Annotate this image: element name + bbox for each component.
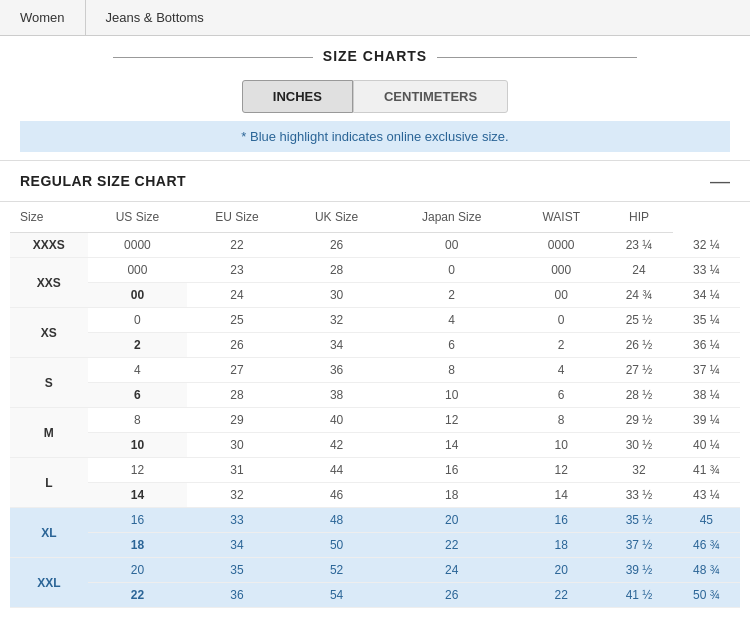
table-cell: 35 — [187, 558, 287, 583]
table-cell: 35 ¼ — [673, 308, 740, 333]
table-cell: 10 — [517, 433, 605, 458]
table-cell: 22 — [386, 533, 517, 558]
table-cell: 36 — [187, 583, 287, 608]
table-cell: 44 — [287, 458, 387, 483]
table-cell: 38 — [287, 383, 387, 408]
table-cell: 25 — [187, 308, 287, 333]
collapse-button[interactable]: — — [710, 171, 730, 191]
nav-women[interactable]: Women — [0, 0, 86, 35]
table-header-row: Size US Size EU Size UK Size Japan Size … — [10, 202, 740, 233]
table-cell: 0000 — [517, 233, 605, 258]
table-cell: 41 ½ — [605, 583, 672, 608]
table-cell: 48 ¾ — [673, 558, 740, 583]
table-cell: 12 — [386, 408, 517, 433]
toggle-inches[interactable]: INCHES — [242, 80, 353, 113]
table-cell: 24 — [386, 558, 517, 583]
size-label: L — [10, 458, 88, 508]
size-label: S — [10, 358, 88, 408]
table-row: L12314416123241 ¾ — [10, 458, 740, 483]
table-cell: 22 — [517, 583, 605, 608]
table-cell: 26 ½ — [605, 333, 672, 358]
col-us-size: US Size — [88, 202, 188, 233]
table-cell: 36 — [287, 358, 387, 383]
table-cell: 0 — [88, 308, 188, 333]
table-cell: 41 ¾ — [673, 458, 740, 483]
table-cell: 46 ¾ — [673, 533, 740, 558]
table-cell: 26 — [386, 583, 517, 608]
col-japan-size: Japan Size — [386, 202, 517, 233]
table-cell: 32 — [605, 458, 672, 483]
table-cell: 38 ¼ — [673, 383, 740, 408]
table-cell: 32 — [287, 308, 387, 333]
table-cell: 23 ¼ — [605, 233, 672, 258]
table-cell: 39 ½ — [605, 558, 672, 583]
table-row: 6283810628 ½38 ¼ — [10, 383, 740, 408]
top-nav: Women Jeans & Bottoms — [0, 0, 750, 36]
table-cell: 43 ¼ — [673, 483, 740, 508]
table-cell: 6 — [517, 383, 605, 408]
table-row: M8294012829 ½39 ¼ — [10, 408, 740, 433]
size-table-wrapper: Size US Size EU Size UK Size Japan Size … — [0, 202, 750, 608]
table-cell: 40 ¼ — [673, 433, 740, 458]
table-cell: 8 — [88, 408, 188, 433]
table-cell: 34 — [287, 333, 387, 358]
table-cell: 37 ¼ — [673, 358, 740, 383]
size-label: XXXS — [10, 233, 88, 258]
table-cell: 000 — [88, 258, 188, 283]
col-hip: HIP — [605, 202, 672, 233]
table-cell: 27 ½ — [605, 358, 672, 383]
table-cell: 29 ½ — [605, 408, 672, 433]
table-cell: 24 — [605, 258, 672, 283]
table-cell: 14 — [517, 483, 605, 508]
size-label: XXL — [10, 558, 88, 608]
table-cell: 36 ¼ — [673, 333, 740, 358]
table-cell: 18 — [88, 533, 188, 558]
table-cell: 22 — [187, 233, 287, 258]
table-cell: 20 — [517, 558, 605, 583]
table-cell: 10 — [386, 383, 517, 408]
table-cell: 4 — [386, 308, 517, 333]
table-cell: 30 — [187, 433, 287, 458]
table-cell: 22 — [88, 583, 188, 608]
table-cell: 8 — [517, 408, 605, 433]
table-cell: 4 — [517, 358, 605, 383]
table-cell: 2 — [386, 283, 517, 308]
table-cell: 00 — [517, 283, 605, 308]
table-cell: 28 — [187, 383, 287, 408]
table-row: 00243020024 ¾34 ¼ — [10, 283, 740, 308]
size-label: XS — [10, 308, 88, 358]
table-cell: 54 — [287, 583, 387, 608]
table-cell: 00 — [386, 233, 517, 258]
size-charts-title: SIZE CHARTS — [0, 36, 750, 72]
nav-jeans[interactable]: Jeans & Bottoms — [86, 0, 224, 35]
table-cell: 28 — [287, 258, 387, 283]
size-table: Size US Size EU Size UK Size Japan Size … — [10, 202, 740, 608]
col-waist: WAIST — [517, 202, 605, 233]
size-label: M — [10, 408, 88, 458]
table-cell: 25 ½ — [605, 308, 672, 333]
table-cell: 32 — [187, 483, 287, 508]
table-row: XXXS0000222600000023 ¼32 ¼ — [10, 233, 740, 258]
table-cell: 34 ¼ — [673, 283, 740, 308]
toggle-centimeters[interactable]: CENTIMETERS — [353, 80, 508, 113]
table-cell: 33 — [187, 508, 287, 533]
table-cell: 000 — [517, 258, 605, 283]
col-eu-size: EU Size — [187, 202, 287, 233]
table-row: 183450221837 ½46 ¾ — [10, 533, 740, 558]
table-cell: 46 — [287, 483, 387, 508]
table-cell: 4 — [88, 358, 188, 383]
table-cell: 34 — [187, 533, 287, 558]
table-cell: 24 ¾ — [605, 283, 672, 308]
table-cell: 12 — [517, 458, 605, 483]
table-cell: 33 ½ — [605, 483, 672, 508]
table-cell: 16 — [386, 458, 517, 483]
table-cell: 6 — [88, 383, 188, 408]
table-row: S427368427 ½37 ¼ — [10, 358, 740, 383]
size-label: XL — [10, 508, 88, 558]
table-cell: 14 — [386, 433, 517, 458]
table-cell: 52 — [287, 558, 387, 583]
table-cell: 24 — [187, 283, 287, 308]
table-cell: 00 — [88, 283, 188, 308]
table-row: 226346226 ½36 ¼ — [10, 333, 740, 358]
table-cell: 26 — [187, 333, 287, 358]
